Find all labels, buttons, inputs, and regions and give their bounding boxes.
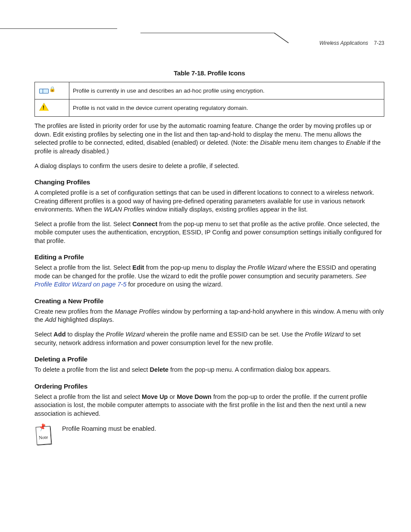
body-paragraph: A completed profile is a set of configur… <box>34 189 384 214</box>
table-cell-desc: Profile is not valid in the device curre… <box>69 100 384 117</box>
body-paragraph: Select a profile from the list and selec… <box>34 393 384 418</box>
heading-editing-profile: Editing a Profile <box>34 253 384 262</box>
body-paragraph: The profiles are listed in priority orde… <box>34 122 384 156</box>
body-paragraph: A dialog displays to confirm the users d… <box>34 162 384 171</box>
running-header: Wireless Applications 7-23 <box>319 40 384 47</box>
body-paragraph: To delete a profile from the list and se… <box>34 366 384 374</box>
page-number: 7-23 <box>374 40 384 46</box>
body-paragraph: Select a profile from the list. Select E… <box>34 264 384 289</box>
table-cell-desc: Profile is currently in use and describe… <box>69 82 384 100</box>
body-paragraph: Select a profile from the list. Select C… <box>34 220 384 246</box>
body-paragraph: Create new profiles from the Manage Prof… <box>34 308 384 324</box>
table-caption: Table 7-18. Profile Icons <box>34 69 384 78</box>
heading-ordering-profiles: Ordering Profiles <box>34 382 384 391</box>
body-paragraph: Select Add to display the Profile Wizard… <box>34 330 384 347</box>
xref-profile-editor-wizard[interactable]: Profile Editor Wizard on page 7-5 <box>34 281 126 288</box>
note-text: Profile Roaming must be enabled. <box>62 424 156 433</box>
heading-creating-profile: Creating a New Profile <box>34 297 384 306</box>
section-name: Wireless Applications <box>319 40 368 46</box>
page-header-rule <box>0 28 411 40</box>
note-icon: 📌 Note <box>34 424 53 447</box>
note-block: 📌 Note Profile Roaming must be enabled. <box>34 424 384 447</box>
svg-line-0 <box>274 33 289 43</box>
table-row: Profile is not valid in the device curre… <box>35 100 384 117</box>
heading-changing-profiles: Changing Profiles <box>34 178 384 187</box>
warning-icon <box>35 100 69 117</box>
table-row: Profile is currently in use and describe… <box>35 82 384 100</box>
adhoc-encrypted-icon <box>35 82 69 100</box>
profile-icons-table: Profile is currently in use and describe… <box>34 82 384 117</box>
heading-deleting-profile: Deleting a Profile <box>34 355 384 364</box>
